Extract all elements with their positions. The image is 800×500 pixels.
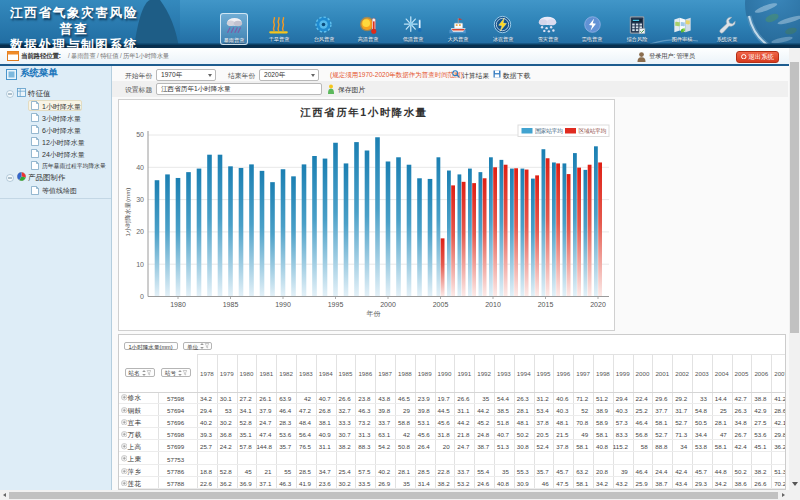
svg-text:20: 20 [136, 228, 144, 235]
svg-text:2000: 2000 [380, 301, 396, 308]
svg-text:1990: 1990 [275, 301, 291, 308]
svg-text:2005: 2005 [433, 301, 449, 308]
svg-text:50: 50 [136, 131, 144, 138]
svg-text:1980: 1980 [170, 301, 186, 308]
svg-text:1995: 1995 [328, 301, 344, 308]
svg-text:2015: 2015 [538, 301, 554, 308]
svg-text:2010: 2010 [485, 301, 501, 308]
svg-text:10: 10 [136, 261, 144, 268]
svg-text:0: 0 [140, 293, 144, 300]
svg-text:1985: 1985 [223, 301, 239, 308]
svg-text:区域站平均: 区域站平均 [579, 127, 607, 135]
svg-text:1小时降水量(mm): 1小时降水量(mm) [124, 188, 131, 237]
svg-text:国家站平均: 国家站平均 [535, 127, 563, 135]
svg-text:江西省历年1小时降水量: 江西省历年1小时降水量 [299, 106, 427, 118]
svg-text:年份: 年份 [367, 310, 382, 318]
svg-text:2020: 2020 [590, 301, 606, 308]
svg-text:30: 30 [136, 196, 144, 203]
svg-text:40: 40 [136, 164, 144, 171]
